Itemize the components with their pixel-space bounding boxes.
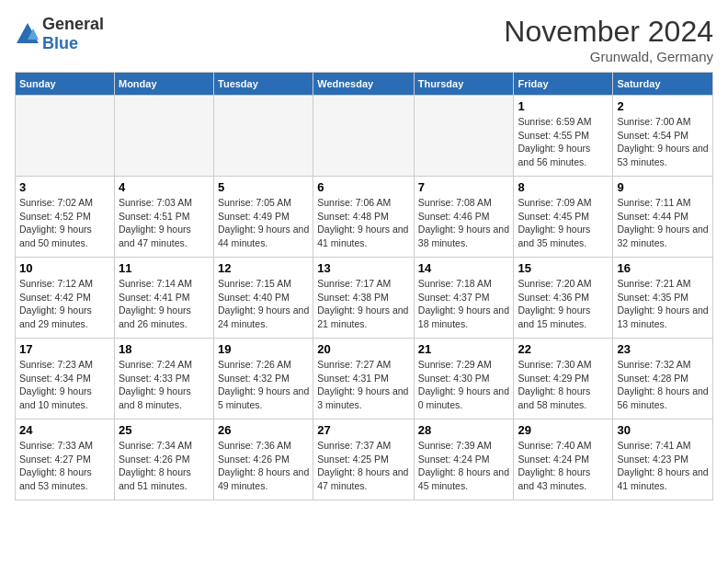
day-number: 17 — [19, 342, 110, 356]
day-number: 10 — [19, 261, 110, 275]
day-number: 16 — [617, 261, 709, 275]
month-title: November 2024 — [504, 15, 713, 49]
column-header-saturday: Saturday — [613, 73, 713, 96]
day-cell: 15Sunrise: 7:20 AMSunset: 4:36 PMDayligh… — [514, 258, 613, 339]
day-number: 3 — [19, 180, 110, 194]
day-info: Sunrise: 7:09 AMSunset: 4:45 PMDaylight:… — [518, 196, 609, 250]
calendar-header-row: SundayMondayTuesdayWednesdayThursdayFrid… — [16, 73, 713, 96]
day-number: 7 — [418, 180, 510, 194]
day-cell: 2Sunrise: 7:00 AMSunset: 4:54 PMDaylight… — [613, 96, 713, 177]
day-cell: 12Sunrise: 7:15 AMSunset: 4:40 PMDayligh… — [214, 258, 313, 339]
day-cell: 17Sunrise: 7:23 AMSunset: 4:34 PMDayligh… — [16, 339, 115, 419]
day-info: Sunrise: 7:23 AMSunset: 4:34 PMDaylight:… — [19, 358, 110, 412]
day-info: Sunrise: 7:15 AMSunset: 4:40 PMDaylight:… — [218, 277, 309, 331]
page-header: General Blue November 2024 Grunwald, Ger… — [15, 15, 713, 64]
day-number: 13 — [317, 261, 410, 275]
column-header-friday: Friday — [514, 73, 613, 96]
day-info: Sunrise: 7:29 AMSunset: 4:30 PMDaylight:… — [418, 358, 510, 412]
day-cell: 25Sunrise: 7:34 AMSunset: 4:26 PMDayligh… — [114, 419, 213, 500]
day-cell — [414, 96, 514, 177]
day-cell: 22Sunrise: 7:30 AMSunset: 4:29 PMDayligh… — [514, 339, 613, 419]
day-cell: 1Sunrise: 6:59 AMSunset: 4:55 PMDaylight… — [514, 96, 613, 177]
day-info: Sunrise: 7:17 AMSunset: 4:38 PMDaylight:… — [317, 277, 410, 331]
day-number: 9 — [617, 180, 709, 194]
day-number: 5 — [218, 180, 309, 194]
day-info: Sunrise: 7:37 AMSunset: 4:25 PMDaylight:… — [317, 439, 410, 493]
day-info: Sunrise: 7:18 AMSunset: 4:37 PMDaylight:… — [418, 277, 510, 331]
day-number: 20 — [317, 342, 410, 356]
day-info: Sunrise: 7:02 AMSunset: 4:52 PMDaylight:… — [19, 196, 110, 250]
day-cell: 19Sunrise: 7:26 AMSunset: 4:32 PMDayligh… — [214, 339, 313, 419]
day-cell: 3Sunrise: 7:02 AMSunset: 4:52 PMDaylight… — [16, 177, 115, 258]
title-block: November 2024 Grunwald, Germany — [504, 15, 713, 64]
day-number: 6 — [317, 180, 410, 194]
day-info: Sunrise: 7:33 AMSunset: 4:27 PMDaylight:… — [19, 439, 110, 493]
day-cell: 16Sunrise: 7:21 AMSunset: 4:35 PMDayligh… — [613, 258, 713, 339]
day-number: 30 — [617, 423, 709, 437]
logo-text-general: General — [42, 15, 104, 33]
day-number: 14 — [418, 261, 510, 275]
column-header-thursday: Thursday — [414, 73, 514, 96]
day-number: 29 — [518, 423, 609, 437]
day-number: 11 — [119, 261, 210, 275]
day-info: Sunrise: 7:34 AMSunset: 4:26 PMDaylight:… — [119, 439, 210, 493]
day-info: Sunrise: 7:08 AMSunset: 4:46 PMDaylight:… — [418, 196, 510, 250]
day-info: Sunrise: 7:24 AMSunset: 4:33 PMDaylight:… — [119, 358, 210, 412]
column-header-sunday: Sunday — [16, 73, 115, 96]
day-number: 8 — [518, 180, 609, 194]
day-number: 21 — [418, 342, 510, 356]
day-number: 28 — [418, 423, 510, 437]
day-cell: 23Sunrise: 7:32 AMSunset: 4:28 PMDayligh… — [613, 339, 713, 419]
day-info: Sunrise: 7:03 AMSunset: 4:51 PMDaylight:… — [119, 196, 210, 250]
day-cell — [313, 96, 415, 177]
day-info: Sunrise: 7:20 AMSunset: 4:36 PMDaylight:… — [518, 277, 609, 331]
day-info: Sunrise: 7:11 AMSunset: 4:44 PMDaylight:… — [617, 196, 709, 250]
day-info: Sunrise: 7:41 AMSunset: 4:23 PMDaylight:… — [617, 439, 709, 493]
day-number: 15 — [518, 261, 609, 275]
day-info: Sunrise: 7:12 AMSunset: 4:42 PMDaylight:… — [19, 277, 110, 331]
day-info: Sunrise: 6:59 AMSunset: 4:55 PMDaylight:… — [518, 115, 609, 169]
day-info: Sunrise: 7:00 AMSunset: 4:54 PMDaylight:… — [617, 115, 709, 169]
day-cell: 21Sunrise: 7:29 AMSunset: 4:30 PMDayligh… — [414, 339, 514, 419]
day-number: 2 — [617, 99, 709, 113]
day-cell: 20Sunrise: 7:27 AMSunset: 4:31 PMDayligh… — [313, 339, 415, 419]
day-number: 4 — [119, 180, 210, 194]
week-row-2: 3Sunrise: 7:02 AMSunset: 4:52 PMDaylight… — [16, 177, 713, 258]
day-cell: 29Sunrise: 7:40 AMSunset: 4:24 PMDayligh… — [514, 419, 613, 500]
logo-icon — [15, 21, 40, 47]
day-info: Sunrise: 7:32 AMSunset: 4:28 PMDaylight:… — [617, 358, 709, 412]
day-number: 27 — [317, 423, 410, 437]
day-cell: 28Sunrise: 7:39 AMSunset: 4:24 PMDayligh… — [414, 419, 514, 500]
day-cell: 4Sunrise: 7:03 AMSunset: 4:51 PMDaylight… — [114, 177, 213, 258]
logo: General Blue — [15, 15, 104, 53]
day-info: Sunrise: 7:30 AMSunset: 4:29 PMDaylight:… — [518, 358, 609, 412]
day-number: 23 — [617, 342, 709, 356]
day-cell: 13Sunrise: 7:17 AMSunset: 4:38 PMDayligh… — [313, 258, 415, 339]
column-header-monday: Monday — [114, 73, 213, 96]
week-row-4: 17Sunrise: 7:23 AMSunset: 4:34 PMDayligh… — [16, 339, 713, 419]
day-info: Sunrise: 7:27 AMSunset: 4:31 PMDaylight:… — [317, 358, 410, 412]
day-info: Sunrise: 7:39 AMSunset: 4:24 PMDaylight:… — [418, 439, 510, 493]
day-info: Sunrise: 7:14 AMSunset: 4:41 PMDaylight:… — [119, 277, 210, 331]
day-number: 18 — [119, 342, 210, 356]
week-row-5: 24Sunrise: 7:33 AMSunset: 4:27 PMDayligh… — [16, 419, 713, 500]
day-cell: 9Sunrise: 7:11 AMSunset: 4:44 PMDaylight… — [613, 177, 713, 258]
location: Grunwald, Germany — [504, 49, 713, 64]
day-info: Sunrise: 7:40 AMSunset: 4:24 PMDaylight:… — [518, 439, 609, 493]
day-number: 22 — [518, 342, 609, 356]
day-info: Sunrise: 7:26 AMSunset: 4:32 PMDaylight:… — [218, 358, 309, 412]
day-number: 12 — [218, 261, 309, 275]
day-cell: 24Sunrise: 7:33 AMSunset: 4:27 PMDayligh… — [16, 419, 115, 500]
day-number: 24 — [19, 423, 110, 437]
day-cell: 7Sunrise: 7:08 AMSunset: 4:46 PMDaylight… — [414, 177, 514, 258]
day-number: 26 — [218, 423, 309, 437]
week-row-3: 10Sunrise: 7:12 AMSunset: 4:42 PMDayligh… — [16, 258, 713, 339]
day-cell: 10Sunrise: 7:12 AMSunset: 4:42 PMDayligh… — [16, 258, 115, 339]
day-cell — [214, 96, 313, 177]
day-info: Sunrise: 7:21 AMSunset: 4:35 PMDaylight:… — [617, 277, 709, 331]
week-row-1: 1Sunrise: 6:59 AMSunset: 4:55 PMDaylight… — [16, 96, 713, 177]
day-cell: 11Sunrise: 7:14 AMSunset: 4:41 PMDayligh… — [114, 258, 213, 339]
day-cell — [114, 96, 213, 177]
column-header-wednesday: Wednesday — [313, 73, 415, 96]
day-number: 19 — [218, 342, 309, 356]
